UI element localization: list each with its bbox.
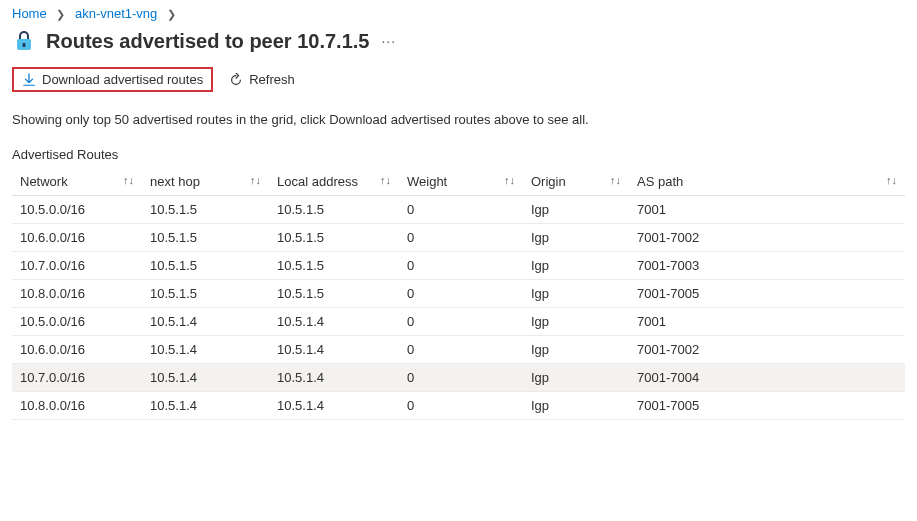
cell-weight: 0: [399, 308, 523, 336]
cell-weight: 0: [399, 280, 523, 308]
column-header-weight[interactable]: Weight↑↓: [399, 168, 523, 196]
table-row[interactable]: 10.7.0.0/1610.5.1.410.5.1.40Igp7001-7004: [12, 364, 905, 392]
cell-network: 10.5.0.0/16: [12, 308, 142, 336]
cell-network: 10.7.0.0/16: [12, 252, 142, 280]
cell-origin: Igp: [523, 196, 629, 224]
cell-nexthop: 10.5.1.4: [142, 308, 269, 336]
refresh-icon: [229, 73, 243, 87]
cell-nexthop: 10.5.1.5: [142, 252, 269, 280]
sort-icon: ↑↓: [123, 174, 134, 186]
cell-aspath: 7001: [629, 308, 905, 336]
cell-aspath: 7001-7004: [629, 364, 905, 392]
chevron-right-icon: ❯: [167, 8, 176, 20]
sort-icon: ↑↓: [380, 174, 391, 186]
cell-weight: 0: [399, 224, 523, 252]
page-title: Routes advertised to peer 10.7.1.5: [46, 30, 369, 53]
cell-nexthop: 10.5.1.4: [142, 364, 269, 392]
download-label: Download advertised routes: [42, 72, 203, 87]
cell-weight: 0: [399, 364, 523, 392]
cell-weight: 0: [399, 252, 523, 280]
breadcrumb: Home ❯ akn-vnet1-vng ❯: [12, 4, 905, 25]
cell-origin: Igp: [523, 392, 629, 420]
column-header-aspath[interactable]: AS path↑↓: [629, 168, 905, 196]
table-row[interactable]: 10.6.0.0/1610.5.1.510.5.1.50Igp7001-7002: [12, 224, 905, 252]
cell-origin: Igp: [523, 280, 629, 308]
info-text: Showing only top 50 advertised routes in…: [12, 112, 905, 127]
cell-aspath: 7001: [629, 196, 905, 224]
cell-weight: 0: [399, 196, 523, 224]
table-row[interactable]: 10.8.0.0/1610.5.1.510.5.1.50Igp7001-7005: [12, 280, 905, 308]
breadcrumb-home[interactable]: Home: [12, 6, 47, 21]
cell-origin: Igp: [523, 224, 629, 252]
cell-nexthop: 10.5.1.4: [142, 336, 269, 364]
cell-network: 10.6.0.0/16: [12, 224, 142, 252]
cell-aspath: 7001-7005: [629, 280, 905, 308]
column-header-network[interactable]: Network↑↓: [12, 168, 142, 196]
cell-localaddress: 10.5.1.5: [269, 280, 399, 308]
cell-origin: Igp: [523, 308, 629, 336]
chevron-right-icon: ❯: [56, 8, 65, 20]
cell-localaddress: 10.5.1.5: [269, 196, 399, 224]
refresh-button[interactable]: Refresh: [223, 69, 301, 90]
cell-origin: Igp: [523, 336, 629, 364]
table-title: Advertised Routes: [12, 147, 905, 162]
download-advertised-routes-button[interactable]: Download advertised routes: [12, 67, 213, 92]
cell-nexthop: 10.5.1.5: [142, 196, 269, 224]
cell-weight: 0: [399, 392, 523, 420]
column-header-localaddress[interactable]: Local address↑↓: [269, 168, 399, 196]
more-actions-button[interactable]: ···: [381, 33, 396, 49]
cell-network: 10.7.0.0/16: [12, 364, 142, 392]
table-row[interactable]: 10.6.0.0/1610.5.1.410.5.1.40Igp7001-7002: [12, 336, 905, 364]
cell-origin: Igp: [523, 252, 629, 280]
cell-nexthop: 10.5.1.4: [142, 392, 269, 420]
advertised-routes-table: Network↑↓ next hop↑↓ Local address↑↓ Wei…: [12, 168, 905, 420]
cell-localaddress: 10.5.1.4: [269, 392, 399, 420]
cell-aspath: 7001-7003: [629, 252, 905, 280]
column-header-nexthop[interactable]: next hop↑↓: [142, 168, 269, 196]
table-row[interactable]: 10.8.0.0/1610.5.1.410.5.1.40Igp7001-7005: [12, 392, 905, 420]
refresh-label: Refresh: [249, 72, 295, 87]
sort-icon: ↑↓: [504, 174, 515, 186]
cell-aspath: 7001-7005: [629, 392, 905, 420]
cell-origin: Igp: [523, 364, 629, 392]
cell-localaddress: 10.5.1.4: [269, 364, 399, 392]
table-row[interactable]: 10.5.0.0/1610.5.1.410.5.1.40Igp7001: [12, 308, 905, 336]
cell-network: 10.5.0.0/16: [12, 196, 142, 224]
cell-aspath: 7001-7002: [629, 224, 905, 252]
sort-icon: ↑↓: [610, 174, 621, 186]
cell-aspath: 7001-7002: [629, 336, 905, 364]
cell-weight: 0: [399, 336, 523, 364]
lock-icon: [12, 29, 36, 53]
sort-icon: ↑↓: [250, 174, 261, 186]
cell-nexthop: 10.5.1.5: [142, 280, 269, 308]
cell-localaddress: 10.5.1.5: [269, 224, 399, 252]
breadcrumb-resource[interactable]: akn-vnet1-vng: [75, 6, 157, 21]
svg-rect-1: [23, 43, 26, 47]
download-icon: [22, 73, 36, 87]
table-row[interactable]: 10.7.0.0/1610.5.1.510.5.1.50Igp7001-7003: [12, 252, 905, 280]
sort-icon: ↑↓: [886, 174, 897, 186]
cell-network: 10.6.0.0/16: [12, 336, 142, 364]
table-row[interactable]: 10.5.0.0/1610.5.1.510.5.1.50Igp7001: [12, 196, 905, 224]
cell-network: 10.8.0.0/16: [12, 392, 142, 420]
cell-localaddress: 10.5.1.4: [269, 308, 399, 336]
cell-localaddress: 10.5.1.5: [269, 252, 399, 280]
column-header-origin[interactable]: Origin↑↓: [523, 168, 629, 196]
cell-nexthop: 10.5.1.5: [142, 224, 269, 252]
cell-network: 10.8.0.0/16: [12, 280, 142, 308]
cell-localaddress: 10.5.1.4: [269, 336, 399, 364]
